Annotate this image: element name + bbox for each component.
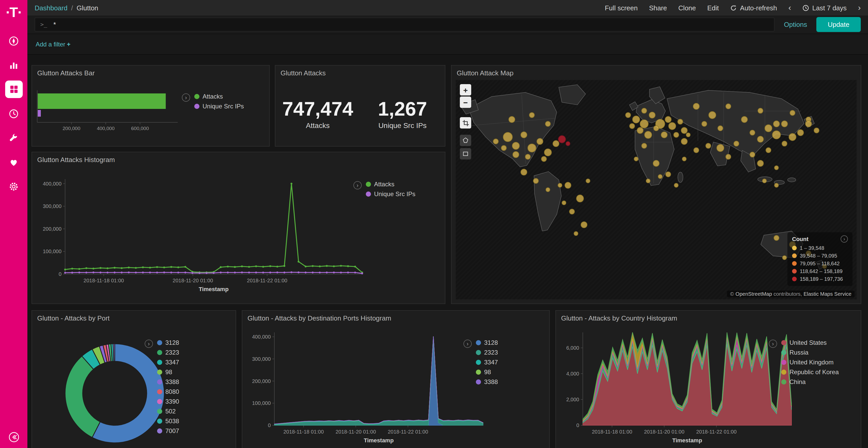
world-map[interactable]: + − Count › 1 – 39,548 39,548 – 79,095 7… (456, 80, 857, 299)
legend-item[interactable]: 3388 (157, 378, 179, 385)
legend-item[interactable]: Unique Src IPs (194, 102, 244, 110)
legend-item[interactable]: 502 (157, 407, 179, 415)
legend-item[interactable]: Russia (781, 348, 839, 356)
openstreetmap-link[interactable]: OpenStreetMap (736, 291, 772, 297)
legend-item[interactable]: 3347 (476, 358, 498, 366)
svg-text:2018-11-22 01:00: 2018-11-22 01:00 (388, 429, 428, 435)
metric-attacks: 747,474 Attacks (275, 98, 360, 130)
auto-refresh-button[interactable]: Auto-refresh (730, 4, 777, 12)
legend-item[interactable]: 3128 (157, 339, 179, 346)
svg-text:200,000: 200,000 (252, 378, 271, 384)
sidebar-collapse-button[interactable] (0, 432, 27, 443)
legend-dot (781, 340, 786, 345)
legend-item[interactable]: 8080 (157, 388, 179, 395)
dashboard-icon (8, 84, 19, 95)
legend-item[interactable]: 3347 (157, 358, 179, 366)
legend-item[interactable]: 98 (157, 368, 179, 376)
legend-dot (792, 261, 797, 266)
legend-item[interactable]: 3390 (157, 398, 179, 405)
legend-item[interactable]: 2323 (476, 348, 498, 356)
legend-item[interactable]: 3128 (476, 339, 498, 346)
sidebar-item-devtools[interactable] (5, 129, 23, 146)
legend-dot (781, 359, 786, 365)
time-range-button[interactable]: Last 7 days (802, 4, 846, 12)
legend-item[interactable]: United States (781, 339, 839, 346)
top-nav: Dashboard / Glutton Full screen Share Cl… (27, 0, 868, 15)
legend-toggle[interactable]: › (463, 340, 472, 348)
legend-item[interactable]: Attacks (194, 92, 244, 100)
options-link[interactable]: Options (784, 21, 807, 28)
legend-item[interactable]: Unique Src IPs (366, 190, 415, 198)
svg-text:2018-11-18 01:00: 2018-11-18 01:00 (283, 429, 324, 435)
legend-dot (781, 350, 786, 355)
time-next-button[interactable]: › (858, 3, 861, 12)
legend-dot (781, 369, 786, 374)
legend-toggle[interactable]: › (841, 235, 848, 243)
breadcrumb-dashboard-link[interactable]: Dashboard (35, 4, 67, 12)
legend-item[interactable]: Attacks (366, 180, 415, 188)
legend-dot (366, 181, 371, 186)
elastic-maps-service-link[interactable]: Elastic Maps Service (803, 291, 851, 297)
legend-dot (476, 359, 481, 365)
zoom-in-button[interactable]: + (460, 84, 471, 96)
logo-dot-left (7, 11, 9, 13)
legend-item[interactable]: 2323 (157, 348, 179, 356)
legend-item[interactable]: United Kingdom (781, 358, 839, 366)
share-button[interactable]: Share (649, 4, 667, 12)
svg-text:2018-11-22 01:00: 2018-11-22 01:00 (247, 278, 287, 283)
panel-attack-map: Glutton Attack Map (451, 65, 861, 304)
time-prev-button[interactable]: ‹ (788, 3, 791, 12)
metric-value: 747,474 (275, 98, 360, 120)
query-prompt-icon: >_ (40, 21, 47, 28)
crop-tool-button[interactable] (460, 117, 471, 129)
attacks-bar-chart: 200,000400,000600,000 (35, 89, 185, 137)
metric-label: Unique Src IPs (360, 121, 445, 130)
map-legend: Count › 1 – 39,548 39,548 – 79,095 79,09… (787, 232, 852, 286)
polygon-tool-button[interactable] (460, 135, 471, 146)
legend-toggle[interactable]: › (769, 340, 777, 348)
clone-button[interactable]: Clone (678, 4, 696, 12)
legend-dot (157, 428, 162, 433)
sidebar-item-timelion[interactable] (5, 105, 23, 122)
panel-title: Glutton Attacks Histogram (32, 152, 445, 167)
legend-item[interactable]: China (781, 378, 839, 385)
map-legend-item: 118,642 – 158,189 (792, 267, 848, 275)
sidebar-item-monitoring[interactable] (5, 153, 23, 171)
map-legend-item: 79,095 – 118,642 (792, 260, 848, 267)
sidebar-item-discover[interactable] (5, 32, 23, 49)
svg-text:2018-11-20 01:00: 2018-11-20 01:00 (644, 429, 684, 435)
legend-dot (157, 369, 162, 374)
breadcrumb-current: Glutton (76, 4, 98, 12)
legend-item[interactable]: Republic of Korea (781, 368, 839, 376)
zoom-out-button[interactable]: − (460, 97, 471, 108)
visualize-icon (8, 60, 19, 70)
full-screen-button[interactable]: Full screen (605, 4, 638, 12)
legend-toggle[interactable]: › (182, 94, 190, 102)
legend-toggle[interactable]: › (353, 181, 362, 189)
plus-icon: + (67, 40, 70, 48)
legend-dot (781, 379, 786, 384)
continent-north-america (469, 92, 557, 167)
country-histogram-chart: 02,0004,0006,0002018-11-18 01:002018-11-… (559, 328, 797, 448)
panel-attacks-bar: Glutton Attacks Bar 200,000400,000600,00… (32, 65, 270, 146)
sidebar-item-dashboard[interactable] (5, 80, 23, 98)
panel-title: Glutton Attack Map (452, 66, 861, 80)
add-filter-link[interactable]: Add a filter+ (36, 40, 70, 48)
sidebar-item-management[interactable] (5, 177, 23, 195)
collapse-icon (8, 432, 20, 443)
legend-toggle[interactable]: › (145, 340, 153, 348)
legend-item[interactable]: 3388 (476, 378, 498, 385)
query-input[interactable]: >_ * (35, 18, 775, 32)
update-button[interactable]: Update (816, 17, 861, 32)
legend-item[interactable]: 5038 (157, 417, 179, 425)
legend-dot (792, 269, 797, 274)
rectangle-tool-button[interactable] (460, 148, 471, 160)
legend-dot (194, 94, 199, 99)
sidebar-item-visualize[interactable] (5, 56, 23, 74)
legend-item[interactable]: 7007 (157, 427, 179, 435)
panel-attacks-by-port: Glutton - Attacks by Port › 3128 2323 33… (32, 310, 236, 448)
timelion-icon (8, 108, 19, 119)
edit-button[interactable]: Edit (707, 4, 719, 12)
svg-text:0: 0 (268, 422, 271, 428)
legend-item[interactable]: 98 (476, 368, 498, 376)
